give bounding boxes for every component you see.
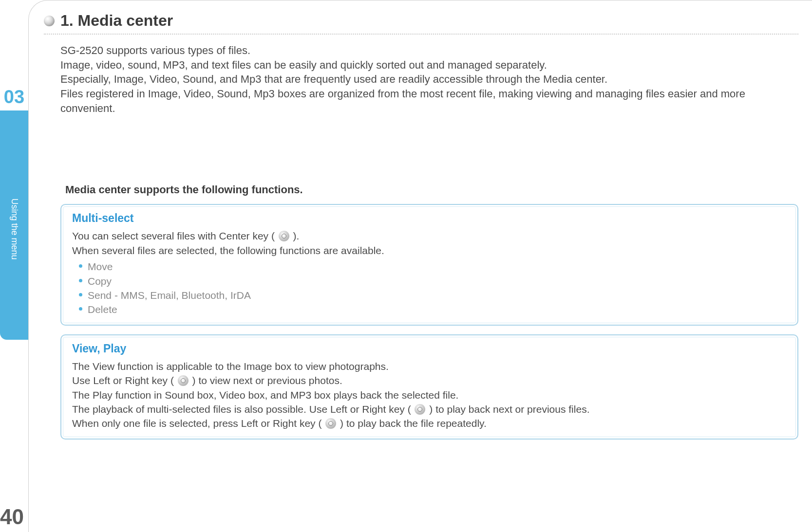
multi-select-line-1: You can select several files with Center…	[72, 229, 787, 243]
nav-key-icon	[178, 375, 189, 386]
bullet-sphere-icon	[44, 16, 55, 26]
multi-select-title: Multi-select	[72, 212, 787, 225]
view-play-body: The View function is applicable to the I…	[72, 359, 787, 431]
center-key-icon	[279, 231, 289, 241]
view-play-line-1: The View function is applicable to the I…	[72, 359, 787, 373]
chapter-number: 03	[0, 87, 28, 110]
functions-subheading: Media center supports the following func…	[65, 183, 798, 196]
intro-line-1: SG-2520 supports various types of files.	[60, 43, 798, 58]
view-play-line-2: Use Left or Right key ( ) to view next o…	[72, 373, 787, 387]
intro-line-3: Especially, Image, Video, Sound, and Mp3…	[60, 72, 798, 87]
list-item: Delete	[79, 302, 787, 316]
heading-row: 1. Media center	[44, 12, 798, 30]
multi-select-body: You can select several files with Center…	[72, 229, 787, 316]
content-area: 1. Media center SG-2520 supports various…	[44, 12, 798, 448]
list-item: Move	[79, 259, 787, 274]
view-play-line-5: When only one file is selected, press Le…	[72, 416, 787, 430]
intro-line-2: Image, video, sound, MP3, and text files…	[60, 58, 798, 73]
intro-line-4: Files registered in Image, Video, Sound,…	[60, 87, 798, 115]
text-fragment: The playback of multi-selected files is …	[72, 404, 414, 415]
view-play-title: View, Play	[72, 342, 787, 355]
text-fragment: When only one file is selected, press Le…	[72, 418, 324, 429]
text-fragment: ) to play back the file repeatedly.	[337, 418, 487, 429]
multi-select-bullets: Move Copy Send - MMS, Email, Bluetooth, …	[79, 259, 787, 317]
view-play-line-3: The Play function in Sound box, Video bo…	[72, 388, 787, 402]
intro-paragraph: SG-2520 supports various types of files.…	[60, 43, 798, 115]
text-fragment: ) to play back next or previous files.	[426, 404, 589, 415]
view-play-line-4: The playback of multi-selected files is …	[72, 402, 787, 416]
side-label-text: Using the menu	[9, 198, 19, 259]
text-fragment: You can select several files with Center…	[72, 230, 278, 241]
text-fragment: Use Left or Right key (	[72, 375, 177, 386]
page-number: 40	[0, 505, 24, 529]
multi-select-box: Multi-select You can select several file…	[60, 204, 798, 325]
nav-key-icon	[415, 404, 425, 415]
dotted-divider	[44, 34, 798, 35]
nav-key-icon	[325, 418, 336, 429]
list-item: Send - MMS, Email, Bluetooth, IrDA	[79, 288, 787, 302]
view-play-box: View, Play The View function is applicab…	[60, 334, 798, 440]
multi-select-line-2: When several files are selected, the fol…	[72, 243, 787, 257]
text-fragment: ).	[290, 230, 300, 241]
text-fragment: ) to view next or previous photos.	[189, 375, 342, 386]
list-item: Copy	[79, 274, 787, 288]
side-label: Using the menu	[0, 180, 28, 277]
page-heading: 1. Media center	[60, 12, 173, 30]
